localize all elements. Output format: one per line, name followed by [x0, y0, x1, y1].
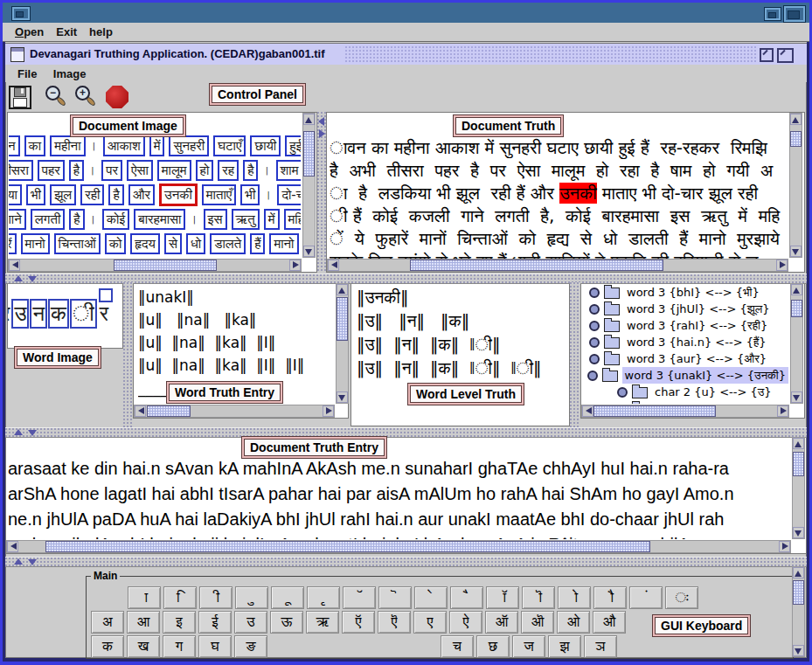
zoom-in-icon[interactable]: +: [73, 85, 96, 107]
document-image-word[interactable]: ऋतु: [232, 209, 260, 230]
split-collapse-left-icon[interactable]: [318, 117, 324, 126]
keyboard-key[interactable]: ऑ: [485, 611, 518, 634]
menu-image[interactable]: Image: [53, 67, 87, 80]
document-image-word[interactable]: को: [105, 233, 127, 254]
keyboard-key[interactable]: क: [91, 635, 124, 658]
document-image-word[interactable]: और: [128, 184, 155, 205]
keyboard-key[interactable]: ॅ: [343, 586, 376, 609]
horizontal-split-divider[interactable]: [5, 557, 807, 567]
scroll-thumb[interactable]: [45, 541, 650, 552]
document-image-word[interactable]: ।: [262, 162, 271, 179]
document-image-canvas[interactable]: नकामहीना।आकाशमेंसुनहरीघटाएँछायीहुईहैतीसर…: [9, 135, 301, 258]
document-truth-v-scrollbar[interactable]: [789, 113, 802, 258]
document-image-word[interactable]: है: [243, 160, 258, 181]
document-image-word[interactable]: डालते: [210, 233, 246, 254]
truth-entry-line[interactable]: arShA hone lagatI hai abhI tIsarA pahar …: [8, 481, 791, 507]
menu-item-help[interactable]: help: [89, 25, 113, 38]
word-level-truth-line[interactable]: ‖उनकी‖: [357, 286, 565, 309]
document-image-word[interactable]: बारहमासा: [134, 209, 185, 230]
tree-expand-handle-icon[interactable]: [589, 287, 600, 298]
document-truth-text[interactable]: ावन का महीना आकाश में सुनहरी घटाए छायी ह…: [330, 136, 788, 267]
zoom-out-icon[interactable]: −: [44, 85, 66, 107]
keyboard-key[interactable]: ॊ: [522, 586, 555, 609]
truth-entry-line[interactable]: ne.n jhUlA paDA huA hai laDakiyA bhI jhU…: [8, 507, 791, 532]
keyboard-key[interactable]: ॉ: [486, 586, 519, 609]
keyboard-key[interactable]: ग: [163, 635, 196, 658]
document-image-word[interactable]: मानो: [21, 233, 50, 254]
keyboard-key[interactable]: ञ: [584, 635, 617, 658]
scroll-left-icon[interactable]: [9, 260, 20, 271]
scroll-up-icon[interactable]: [303, 114, 315, 125]
scroll-right-icon[interactable]: [289, 260, 301, 271]
document-image-word[interactable]: पर: [101, 160, 122, 181]
keyboard-key[interactable]: आ: [127, 611, 160, 634]
document-image-word[interactable]: में: [149, 135, 165, 156]
document-truth-line[interactable]: है अभी तीसरा पहर है पर ऐसा मालूम हो रहा …: [330, 159, 788, 182]
document-image-word[interactable]: घटाएँ: [213, 135, 246, 156]
tree-expand-handle-icon[interactable]: [617, 387, 628, 398]
document-image-word[interactable]: महिला: [284, 209, 301, 230]
split-collapse-right-icon[interactable]: [319, 129, 325, 138]
keyboard-key[interactable]: ै: [450, 586, 483, 609]
frame-minimize-icon[interactable]: [760, 48, 774, 62]
document-image-word[interactable]: तीसरा: [9, 160, 33, 181]
keyboard-key[interactable]: ं: [629, 586, 663, 609]
tree-expand-handle-icon[interactable]: [589, 304, 600, 315]
document-image-word[interactable]: है: [69, 160, 84, 181]
split-collapse-up-icon[interactable]: [14, 558, 23, 565]
document-image-word[interactable]: ।: [264, 186, 273, 204]
keyboard-key[interactable]: े: [414, 586, 448, 609]
document-truth-h-scrollbar[interactable]: [327, 259, 788, 272]
document-image-word[interactable]: कोई: [102, 209, 130, 230]
keyboard-key[interactable]: ो: [558, 586, 591, 609]
keyboard-key[interactable]: ओ: [557, 611, 590, 634]
truth-entry-h-scrollbar[interactable]: [6, 540, 791, 553]
scroll-thumb[interactable]: [410, 260, 663, 271]
keyboard-key[interactable]: इ: [163, 611, 196, 634]
document-image-word[interactable]: रह: [218, 160, 239, 181]
word-level-truth-line[interactable]: ‖उ‖ ‖न‖ ‖क‖ ‖ी‖: [357, 333, 565, 357]
document-image-word[interactable]: रें: [9, 233, 17, 254]
document-image-word[interactable]: छायी: [250, 135, 281, 156]
scroll-thumb[interactable]: [147, 405, 191, 417]
document-image-word[interactable]: ।: [88, 162, 97, 179]
horizontal-split-divider[interactable]: [5, 427, 807, 438]
tree-node[interactable]: word 3 {unakI} <--> {उनकी}: [582, 367, 788, 384]
vertical-split-divider[interactable]: [123, 282, 133, 427]
document-image-word[interactable]: दो-चा: [277, 184, 301, 205]
document-image-word[interactable]: माताएँ: [202, 184, 237, 205]
word-truth-h-scrollbar[interactable]: [134, 405, 335, 418]
keyboard-key[interactable]: ऋ: [306, 611, 339, 634]
keyboard-key[interactable]: ृ: [307, 586, 340, 609]
keyboard-key[interactable]: ङ: [234, 635, 267, 658]
scroll-down-icon[interactable]: [793, 527, 804, 538]
document-image-word[interactable]: भी: [26, 184, 45, 205]
document-image-word[interactable]: न: [9, 135, 20, 156]
document-image-word[interactable]: गाने: [9, 209, 26, 230]
frame-maximize-icon[interactable]: [777, 48, 794, 63]
tree-expand-handle-icon[interactable]: [589, 337, 600, 348]
window-menu-icon[interactable]: [12, 7, 30, 20]
document-truth-entry-text[interactable]: arasaat ke din hai.n sAvan kA mahInA AkA…: [8, 456, 791, 539]
tree-h-scrollbar[interactable]: [581, 405, 789, 418]
scroll-left-icon[interactable]: [135, 405, 146, 417]
split-collapse-down-icon[interactable]: [28, 430, 37, 436]
scroll-thumb[interactable]: [303, 131, 315, 177]
truth-entry-line[interactable]: o-chaar jhulA rahI hai.n koii kajalI gAn…: [8, 532, 791, 539]
split-collapse-down-icon[interactable]: [28, 276, 37, 282]
keyboard-key[interactable]: ः: [665, 586, 698, 609]
tree-node[interactable]: char 2 {na} <--> {न}: [582, 400, 788, 404]
word-image-pane[interactable]: रउनकीर: [7, 282, 123, 349]
keyboard-key[interactable]: ी: [199, 586, 232, 609]
menu-item-open[interactable]: Open: [15, 25, 44, 38]
keyboard-key[interactable]: ौ: [593, 586, 627, 609]
scroll-up-icon[interactable]: [337, 284, 348, 295]
keyboard-key[interactable]: ऒ: [521, 611, 554, 634]
tree-expand-handle-icon[interactable]: [587, 371, 598, 381]
document-image-word[interactable]: से: [164, 233, 182, 254]
document-image-word[interactable]: ।: [90, 137, 99, 155]
split-collapse-down-icon[interactable]: [28, 559, 37, 565]
word-level-truth-line[interactable]: ‖उ‖ ‖न‖ ‖क‖: [357, 309, 565, 333]
keyboard-key[interactable]: झ: [548, 635, 581, 658]
document-truth-line[interactable]: ा है लडकिया भी झूल रही हैं और उनकी माताए…: [330, 182, 788, 204]
